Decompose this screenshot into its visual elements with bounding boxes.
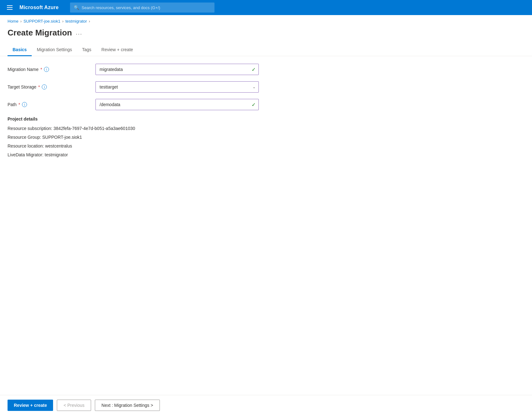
search-bar[interactable]: 🔍 (70, 3, 214, 13)
tab-migration-settings[interactable]: Migration Settings (32, 44, 77, 56)
path-check-icon: ✓ (252, 102, 256, 108)
svg-rect-1 (7, 7, 13, 8)
search-icon: 🔍 (74, 5, 79, 10)
search-input[interactable] (82, 5, 211, 10)
nav-brand: Microsoft Azure (19, 5, 59, 10)
target-storage-input-wrap: testtarget ⌄ (95, 81, 259, 93)
breadcrumb-current: testmigrator (65, 19, 87, 24)
project-detail-livedata: LiveData Migrator: testmigrator (8, 152, 524, 157)
top-navigation: Microsoft Azure 🔍 (0, 0, 532, 15)
tab-tags[interactable]: Tags (77, 44, 96, 56)
project-detail-location: Resource location: westcentralus (8, 143, 524, 148)
path-field: Path * i ✓ (8, 99, 524, 110)
form-area: Migration Name * i ✓ Target Storage * i … (0, 64, 532, 110)
project-detail-subscription: Resource subscription: 3842fefa-7697-4e7… (8, 126, 524, 131)
migration-name-input-wrap: ✓ (95, 64, 259, 75)
path-required: * (19, 102, 20, 107)
breadcrumb-separator-2: › (62, 19, 63, 24)
migration-name-required: * (41, 67, 42, 72)
path-info-icon[interactable]: i (22, 102, 27, 107)
breadcrumb: Home › SUPPORT-joe.siok1 › testmigrator … (0, 15, 532, 25)
target-storage-select[interactable]: testtarget (95, 81, 259, 93)
hamburger-menu[interactable] (5, 5, 14, 10)
migration-name-field: Migration Name * i ✓ (8, 64, 524, 75)
breadcrumb-home[interactable]: Home (8, 19, 19, 24)
migration-name-check-icon: ✓ (252, 67, 256, 73)
migration-name-label: Migration Name * i (8, 67, 95, 72)
tab-review-create[interactable]: Review + create (96, 44, 138, 56)
path-input[interactable] (95, 99, 259, 110)
page-header: Create Migration ... (0, 25, 532, 44)
migration-name-info-icon[interactable]: i (44, 67, 49, 72)
breadcrumb-separator-1: › (20, 19, 22, 24)
target-storage-required: * (38, 84, 40, 89)
breadcrumb-support[interactable]: SUPPORT-joe.siok1 (24, 19, 61, 24)
page-title: Create Migration (8, 28, 72, 38)
target-storage-field: Target Storage * i testtarget ⌄ (8, 81, 524, 93)
path-label: Path * i (8, 102, 95, 107)
tab-basics[interactable]: Basics (8, 44, 32, 56)
project-details: Project details Resource subscription: 3… (0, 116, 532, 157)
tabs-container: Basics Migration Settings Tags Review + … (0, 44, 532, 56)
breadcrumb-separator-3: › (89, 19, 90, 24)
more-actions-button[interactable]: ... (76, 30, 82, 36)
svg-rect-2 (7, 9, 13, 10)
svg-rect-0 (7, 5, 13, 6)
target-storage-label: Target Storage * i (8, 84, 95, 89)
path-input-wrap: ✓ (95, 99, 259, 110)
target-storage-info-icon[interactable]: i (42, 84, 47, 89)
migration-name-input[interactable] (95, 64, 259, 75)
target-storage-dropdown-icon: ⌄ (252, 85, 256, 89)
project-detail-resource-group: Resource Group: SUPPORT-joe.siok1 (8, 135, 524, 140)
project-details-title: Project details (8, 116, 524, 121)
